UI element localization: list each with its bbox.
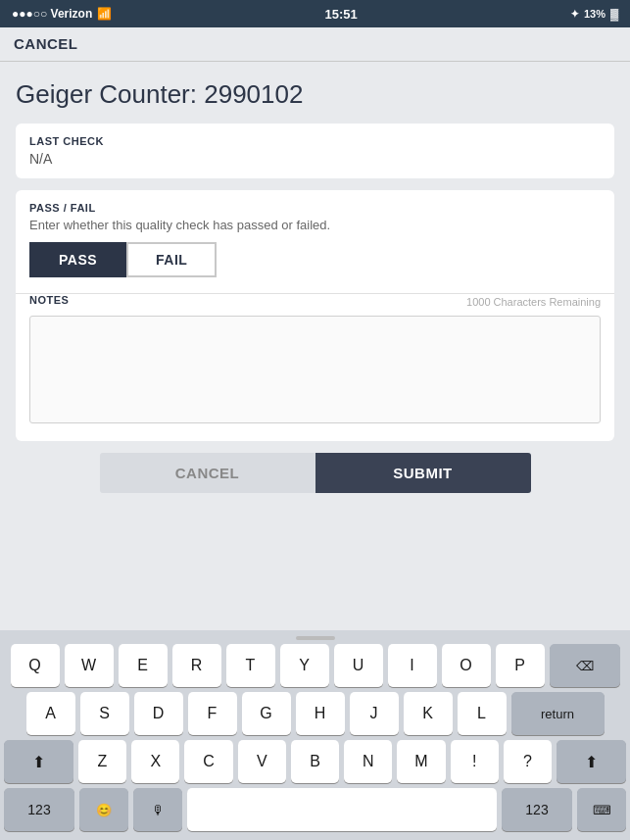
notes-label: NOTES [29, 294, 69, 306]
key-exclamation[interactable]: ! [451, 740, 499, 783]
key-n[interactable]: N [344, 740, 392, 783]
key-s[interactable]: S [80, 692, 129, 735]
key-shift-right[interactable]: ⬆ [557, 740, 626, 783]
keyboard-handle-bar [296, 636, 335, 640]
key-return[interactable]: return [511, 692, 605, 735]
pass-fail-label: PASS / FAIL [29, 202, 601, 214]
key-j[interactable]: J [350, 692, 399, 735]
key-v[interactable]: V [238, 740, 286, 783]
battery-icon: ▓ [610, 8, 618, 20]
battery-text: 13% [584, 8, 606, 20]
key-t[interactable]: T [226, 644, 275, 687]
carrier-text: ●●●○○ Verizon [12, 7, 92, 21]
pass-button[interactable]: PASS [29, 242, 126, 277]
key-h[interactable]: H [296, 692, 345, 735]
page-title: Geiger Counter: 2990102 [16, 79, 614, 110]
pass-fail-section: PASS / FAIL Enter whether this quality c… [16, 190, 614, 293]
key-y[interactable]: Y [280, 644, 329, 687]
key-a[interactable]: A [26, 692, 75, 735]
clock: 15:51 [324, 7, 357, 22]
key-space[interactable] [187, 788, 497, 831]
keyboard-row-2: A S D F G H J K L return [4, 692, 626, 735]
key-k[interactable]: K [404, 692, 453, 735]
last-check-card: LAST CHECK N/A [16, 124, 614, 178]
key-d[interactable]: D [134, 692, 183, 735]
fail-button[interactable]: FAIL [126, 242, 217, 277]
keyboard-handle [4, 636, 626, 640]
last-check-value: N/A [29, 151, 601, 167]
key-m[interactable]: M [397, 740, 445, 783]
key-keyboard[interactable]: ⌨ [577, 788, 626, 831]
key-shift-left[interactable]: ⬆ [4, 740, 73, 783]
cancel-action-button[interactable]: CANCEL [100, 453, 315, 493]
keyboard-row-1: Q W E R T Y U I O P ⌫ [4, 644, 626, 687]
key-backspace[interactable]: ⌫ [550, 644, 620, 687]
action-bar: CANCEL SUBMIT [16, 453, 614, 503]
system-indicators: ✦ 13% ▓ [570, 8, 618, 21]
status-bar: ●●●○○ Verizon 📶 15:51 ✦ 13% ▓ [0, 0, 630, 27]
pass-fail-description: Enter whether this quality check has pas… [29, 218, 601, 232]
key-c[interactable]: C [184, 740, 232, 783]
notes-section: NOTES 1000 Characters Remaining [16, 294, 614, 441]
key-num-left[interactable]: 123 [4, 788, 74, 831]
key-mic[interactable]: 🎙 [133, 788, 182, 831]
cancel-nav-button[interactable]: CANCEL [14, 35, 78, 52]
key-l[interactable]: L [458, 692, 507, 735]
key-w[interactable]: W [65, 644, 114, 687]
key-i[interactable]: I [388, 644, 437, 687]
wifi-icon: 📶 [97, 7, 112, 21]
key-emoji[interactable]: 😊 [79, 788, 128, 831]
notes-input[interactable] [29, 316, 601, 423]
key-x[interactable]: X [131, 740, 179, 783]
key-b[interactable]: B [291, 740, 339, 783]
main-content: Geiger Counter: 2990102 LAST CHECK N/A P… [0, 62, 630, 630]
keyboard-row-3: ⬆ Z X C V B N M ! ? ⬆ [4, 740, 626, 783]
key-r[interactable]: R [172, 644, 221, 687]
key-q[interactable]: Q [11, 644, 60, 687]
key-u[interactable]: U [334, 644, 383, 687]
pass-fail-card: PASS / FAIL Enter whether this quality c… [16, 190, 614, 441]
last-check-label: LAST CHECK [29, 135, 601, 147]
notes-remaining: 1000 Characters Remaining [466, 296, 601, 308]
submit-button[interactable]: SUBMIT [315, 453, 531, 493]
key-z[interactable]: Z [78, 740, 126, 783]
bluetooth-icon: ✦ [570, 8, 579, 21]
last-check-section: LAST CHECK N/A [16, 124, 614, 178]
notes-header: NOTES 1000 Characters Remaining [29, 294, 601, 310]
key-e[interactable]: E [119, 644, 168, 687]
carrier-info: ●●●○○ Verizon 📶 [12, 7, 112, 21]
key-num-right[interactable]: 123 [502, 788, 572, 831]
key-question[interactable]: ? [504, 740, 552, 783]
key-p[interactable]: P [496, 644, 545, 687]
keyboard: Q W E R T Y U I O P ⌫ A S D F G H J K L … [0, 630, 630, 840]
key-o[interactable]: O [442, 644, 491, 687]
key-f[interactable]: F [188, 692, 237, 735]
key-g[interactable]: G [242, 692, 291, 735]
keyboard-row-4: 123 😊 🎙 123 ⌨ [4, 788, 626, 831]
nav-bar: CANCEL [0, 27, 630, 62]
pass-fail-buttons: PASS FAIL [29, 242, 601, 277]
